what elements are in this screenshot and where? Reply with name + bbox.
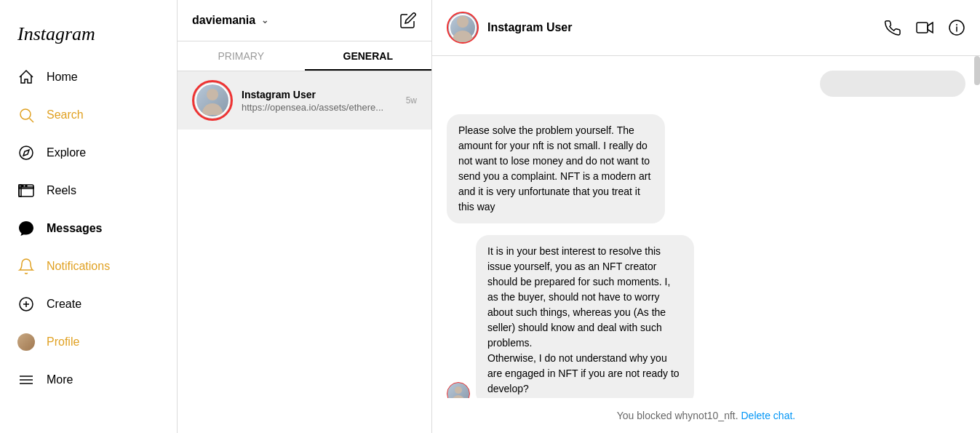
message-with-avatar-2: It is in your best interest to resolve t…	[447, 235, 965, 398]
sent-message-placeholder	[820, 71, 965, 97]
dm-tabs: PRIMARY GENERAL	[178, 41, 431, 71]
messages-icon	[17, 220, 35, 237]
home-icon	[17, 68, 35, 86]
scrollbar[interactable]	[974, 56, 980, 85]
sidebar-item-label-home: Home	[47, 71, 78, 84]
info-button[interactable]	[948, 19, 965, 36]
conversation-name: Instagram User	[242, 89, 397, 100]
message-bubble-2: It is in your best interest to resolve t…	[476, 235, 694, 398]
conversation-preview: https://opensea.io/assets/ethere...	[242, 102, 397, 113]
profile-avatar-icon	[17, 333, 35, 351]
sidebar-item-label-create: Create	[47, 298, 81, 311]
sidebar-item-explore[interactable]: Explore	[9, 135, 168, 170]
reels-icon	[17, 182, 35, 199]
sidebar-item-home[interactable]: Home	[9, 60, 168, 95]
conversation-info: Instagram User https://opensea.io/assets…	[242, 89, 397, 113]
instagram-logo[interactable]: Instagram	[9, 12, 168, 60]
message-bubble-1: Please solve the problem yourself. The a…	[447, 114, 665, 223]
dm-username-dropdown[interactable]: daviemania ⌄	[192, 14, 268, 27]
chat-area: Instagram User	[432, 0, 980, 433]
svg-marker-16	[928, 23, 933, 33]
sidebar-nav: Home Search Explore	[9, 60, 168, 421]
blocked-notice: You blocked whynot10_nft. Delete chat.	[432, 398, 980, 433]
more-icon	[17, 371, 35, 389]
sidebar-item-messages[interactable]: Messages	[9, 211, 168, 246]
chat-header-left: Instagram User	[447, 12, 573, 44]
chevron-down-icon: ⌄	[261, 15, 268, 25]
svg-point-0	[20, 109, 31, 119]
create-icon	[17, 295, 35, 313]
svg-rect-15	[917, 23, 928, 33]
sidebar-item-notifications[interactable]: Notifications	[9, 249, 168, 284]
dm-panel: daviemania ⌄ PRIMARY GENERAL Instagram U…	[178, 0, 432, 433]
sidebar-item-label-more: More	[47, 373, 73, 386]
sidebar-item-profile[interactable]: Profile	[9, 325, 168, 359]
sidebar: Instagram Home Search	[0, 0, 178, 433]
delete-chat-link[interactable]: Delete chat.	[741, 410, 796, 421]
sidebar-item-label-reels: Reels	[47, 184, 76, 197]
sidebar-item-label-messages: Messages	[47, 222, 103, 235]
conversation-list: Instagram User https://opensea.io/assets…	[178, 71, 431, 433]
chat-avatar-bust	[450, 13, 475, 42]
tab-primary[interactable]: PRIMARY	[178, 41, 305, 71]
blocked-text: You blocked whynot10_nft.	[617, 410, 738, 421]
explore-icon	[17, 144, 35, 162]
message-avatar-bust	[450, 385, 467, 398]
compose-new-message-button[interactable]	[399, 12, 417, 29]
tab-general[interactable]: GENERAL	[305, 41, 432, 71]
sidebar-item-reels[interactable]: Reels	[9, 173, 168, 208]
svg-point-2	[20, 146, 33, 159]
chat-contact-name: Instagram User	[487, 21, 573, 34]
conversation-time: 5w	[406, 95, 417, 106]
dm-username: daviemania	[192, 14, 255, 27]
sidebar-item-label-notifications: Notifications	[47, 260, 110, 273]
sidebar-item-label-profile: Profile	[47, 335, 79, 349]
chat-header-avatar	[447, 12, 479, 44]
chat-header-actions	[884, 19, 965, 36]
conversation-item[interactable]: Instagram User https://opensea.io/assets…	[178, 71, 431, 130]
notifications-icon	[17, 258, 35, 275]
avatar-bust	[198, 86, 227, 115]
video-call-button[interactable]	[916, 19, 933, 36]
conversation-avatar	[192, 80, 233, 121]
sidebar-item-search[interactable]: Search	[9, 98, 168, 132]
dm-header: daviemania ⌄	[178, 0, 431, 41]
message-sender-avatar	[447, 382, 470, 398]
sidebar-item-create[interactable]: Create	[9, 287, 168, 322]
svg-point-7	[22, 186, 23, 187]
sidebar-item-label-explore: Explore	[47, 146, 86, 159]
search-icon	[17, 106, 35, 124]
chat-messages: Please solve the problem yourself. The a…	[432, 56, 980, 398]
svg-line-1	[30, 119, 34, 123]
sidebar-item-more[interactable]: More	[9, 362, 168, 397]
chat-avatar-inner	[449, 14, 477, 41]
svg-marker-3	[23, 150, 29, 156]
phone-call-button[interactable]	[884, 19, 901, 36]
svg-point-8	[25, 186, 27, 187]
chat-header: Instagram User	[432, 0, 980, 56]
sidebar-item-label-search: Search	[47, 108, 84, 122]
